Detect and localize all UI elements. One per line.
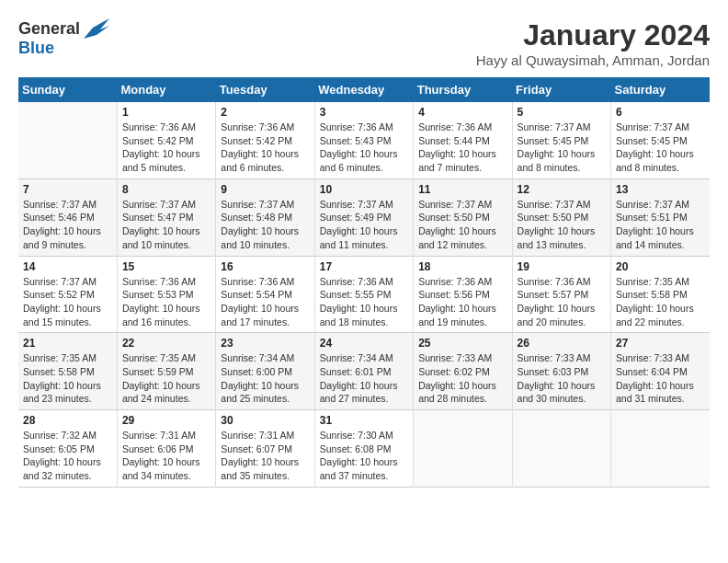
day-number: 4 <box>418 106 506 119</box>
week-row-3: 14Sunrise: 7:37 AM Sunset: 5:52 PM Dayli… <box>18 256 710 333</box>
day-number: 30 <box>221 414 309 427</box>
day-info: Sunrise: 7:34 AM Sunset: 6:01 PM Dayligh… <box>320 351 408 406</box>
calendar-cell: 13Sunrise: 7:37 AM Sunset: 5:51 PM Dayli… <box>611 178 710 256</box>
day-number: 20 <box>616 260 705 273</box>
day-number: 6 <box>616 106 705 119</box>
day-number: 21 <box>23 337 112 350</box>
day-number: 31 <box>320 414 408 427</box>
header-day-thursday: Thursday <box>414 77 512 102</box>
day-number: 19 <box>518 260 606 273</box>
day-info: Sunrise: 7:36 AM Sunset: 5:54 PM Dayligh… <box>221 275 309 329</box>
calendar-cell <box>18 102 117 178</box>
day-info: Sunrise: 7:35 AM Sunset: 5:59 PM Dayligh… <box>122 351 210 406</box>
logo-general-text: General <box>18 19 80 39</box>
calendar-cell: 11Sunrise: 7:37 AM Sunset: 5:50 PM Dayli… <box>414 178 512 256</box>
day-info: Sunrise: 7:37 AM Sunset: 5:48 PM Dayligh… <box>221 198 309 252</box>
day-number: 14 <box>23 260 112 273</box>
calendar-cell <box>611 410 710 488</box>
logo-bird-icon <box>84 18 109 39</box>
day-number: 3 <box>320 106 408 119</box>
day-number: 1 <box>122 106 210 119</box>
calendar-cell: 7Sunrise: 7:37 AM Sunset: 5:46 PM Daylig… <box>18 178 117 256</box>
calendar-cell: 9Sunrise: 7:37 AM Sunset: 5:48 PM Daylig… <box>216 178 314 256</box>
calendar-cell: 14Sunrise: 7:37 AM Sunset: 5:52 PM Dayli… <box>18 256 117 333</box>
calendar-cell: 20Sunrise: 7:35 AM Sunset: 5:58 PM Dayli… <box>611 256 710 333</box>
days-header-row: SundayMondayTuesdayWednesdayThursdayFrid… <box>18 77 710 102</box>
day-number: 28 <box>23 414 112 427</box>
header-day-friday: Friday <box>512 77 610 102</box>
calendar-cell: 6Sunrise: 7:37 AM Sunset: 5:45 PM Daylig… <box>611 102 710 178</box>
day-number: 18 <box>418 260 506 273</box>
week-row-1: 1Sunrise: 7:36 AM Sunset: 5:42 PM Daylig… <box>18 102 710 178</box>
calendar-cell: 26Sunrise: 7:33 AM Sunset: 6:03 PM Dayli… <box>512 333 610 410</box>
day-number: 8 <box>122 183 210 196</box>
calendar-cell: 15Sunrise: 7:36 AM Sunset: 5:53 PM Dayli… <box>117 256 215 333</box>
calendar-cell: 25Sunrise: 7:33 AM Sunset: 6:02 PM Dayli… <box>414 333 512 410</box>
day-info: Sunrise: 7:37 AM Sunset: 5:45 PM Dayligh… <box>518 121 606 175</box>
day-info: Sunrise: 7:36 AM Sunset: 5:42 PM Dayligh… <box>122 121 210 175</box>
calendar-cell: 17Sunrise: 7:36 AM Sunset: 5:55 PM Dayli… <box>314 256 413 333</box>
page-header: General Blue January 2024 Hayy al Quways… <box>18 18 710 68</box>
header-day-saturday: Saturday <box>611 77 710 102</box>
day-info: Sunrise: 7:36 AM Sunset: 5:42 PM Dayligh… <box>221 121 309 175</box>
calendar-table: SundayMondayTuesdayWednesdayThursdayFrid… <box>18 77 710 488</box>
day-number: 23 <box>221 337 309 350</box>
week-row-2: 7Sunrise: 7:37 AM Sunset: 5:46 PM Daylig… <box>18 178 710 256</box>
day-info: Sunrise: 7:35 AM Sunset: 5:58 PM Dayligh… <box>23 351 112 406</box>
calendar-cell: 27Sunrise: 7:33 AM Sunset: 6:04 PM Dayli… <box>611 333 710 410</box>
day-info: Sunrise: 7:30 AM Sunset: 6:08 PM Dayligh… <box>320 429 408 483</box>
day-number: 26 <box>518 337 606 350</box>
day-number: 22 <box>122 337 210 350</box>
day-number: 9 <box>221 183 309 196</box>
calendar-cell: 16Sunrise: 7:36 AM Sunset: 5:54 PM Dayli… <box>216 256 314 333</box>
calendar-cell: 29Sunrise: 7:31 AM Sunset: 6:06 PM Dayli… <box>117 410 215 488</box>
day-info: Sunrise: 7:35 AM Sunset: 5:58 PM Dayligh… <box>616 275 705 329</box>
day-number: 29 <box>122 414 210 427</box>
day-info: Sunrise: 7:36 AM Sunset: 5:43 PM Dayligh… <box>320 121 408 175</box>
day-info: Sunrise: 7:36 AM Sunset: 5:44 PM Dayligh… <box>418 121 506 175</box>
day-number: 16 <box>221 260 309 273</box>
title-area: January 2024 Hayy al Quwaysimah, Amman, … <box>476 18 710 68</box>
calendar-title: January 2024 <box>476 18 710 52</box>
day-info: Sunrise: 7:32 AM Sunset: 6:05 PM Dayligh… <box>23 429 112 483</box>
calendar-cell: 10Sunrise: 7:37 AM Sunset: 5:49 PM Dayli… <box>314 178 413 256</box>
header-day-tuesday: Tuesday <box>216 77 314 102</box>
calendar-cell: 21Sunrise: 7:35 AM Sunset: 5:58 PM Dayli… <box>18 333 117 410</box>
calendar-cell: 3Sunrise: 7:36 AM Sunset: 5:43 PM Daylig… <box>314 102 413 178</box>
day-info: Sunrise: 7:33 AM Sunset: 6:03 PM Dayligh… <box>518 351 606 406</box>
calendar-cell: 2Sunrise: 7:36 AM Sunset: 5:42 PM Daylig… <box>216 102 314 178</box>
week-row-5: 28Sunrise: 7:32 AM Sunset: 6:05 PM Dayli… <box>18 410 710 488</box>
calendar-cell: 4Sunrise: 7:36 AM Sunset: 5:44 PM Daylig… <box>414 102 512 178</box>
day-number: 5 <box>518 106 606 119</box>
logo-blue-text: Blue <box>18 39 54 58</box>
calendar-cell: 8Sunrise: 7:37 AM Sunset: 5:47 PM Daylig… <box>117 178 215 256</box>
calendar-cell: 30Sunrise: 7:31 AM Sunset: 6:07 PM Dayli… <box>216 410 314 488</box>
day-info: Sunrise: 7:36 AM Sunset: 5:57 PM Dayligh… <box>518 275 606 329</box>
day-number: 25 <box>418 337 506 350</box>
calendar-cell: 19Sunrise: 7:36 AM Sunset: 5:57 PM Dayli… <box>512 256 610 333</box>
header-day-wednesday: Wednesday <box>314 77 413 102</box>
calendar-cell: 1Sunrise: 7:36 AM Sunset: 5:42 PM Daylig… <box>117 102 215 178</box>
week-row-4: 21Sunrise: 7:35 AM Sunset: 5:58 PM Dayli… <box>18 333 710 410</box>
calendar-subtitle: Hayy al Quwaysimah, Amman, Jordan <box>476 52 710 68</box>
calendar-cell: 22Sunrise: 7:35 AM Sunset: 5:59 PM Dayli… <box>117 333 215 410</box>
day-info: Sunrise: 7:37 AM Sunset: 5:50 PM Dayligh… <box>418 198 506 252</box>
day-number: 27 <box>616 337 705 350</box>
calendar-cell: 5Sunrise: 7:37 AM Sunset: 5:45 PM Daylig… <box>512 102 610 178</box>
day-number: 2 <box>221 106 309 119</box>
day-info: Sunrise: 7:33 AM Sunset: 6:02 PM Dayligh… <box>418 351 506 406</box>
calendar-cell: 28Sunrise: 7:32 AM Sunset: 6:05 PM Dayli… <box>18 410 117 488</box>
day-number: 17 <box>320 260 408 273</box>
calendar-cell: 24Sunrise: 7:34 AM Sunset: 6:01 PM Dayli… <box>314 333 413 410</box>
day-number: 11 <box>418 183 506 196</box>
logo: General Blue <box>18 18 109 58</box>
day-info: Sunrise: 7:37 AM Sunset: 5:47 PM Dayligh… <box>122 198 210 252</box>
day-info: Sunrise: 7:36 AM Sunset: 5:53 PM Dayligh… <box>122 275 210 329</box>
header-day-monday: Monday <box>117 77 215 102</box>
calendar-cell: 18Sunrise: 7:36 AM Sunset: 5:56 PM Dayli… <box>414 256 512 333</box>
day-number: 7 <box>23 183 112 196</box>
day-number: 12 <box>518 183 606 196</box>
day-info: Sunrise: 7:31 AM Sunset: 6:07 PM Dayligh… <box>221 429 309 483</box>
day-info: Sunrise: 7:36 AM Sunset: 5:56 PM Dayligh… <box>418 275 506 329</box>
day-info: Sunrise: 7:37 AM Sunset: 5:46 PM Dayligh… <box>23 198 112 252</box>
